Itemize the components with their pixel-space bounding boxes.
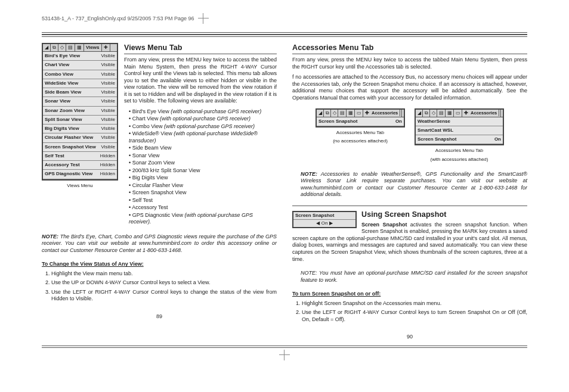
step: Highlight the View main menu tab. <box>51 270 277 278</box>
tab-icon: ⧉ <box>51 44 58 51</box>
acc-caption-1a: Accessories Menu Tab <box>316 130 405 136</box>
bottom-crop-mark <box>42 351 527 362</box>
tab-icon: ▭ <box>454 110 462 117</box>
right-column: Accessories Menu Tab From any view, pres… <box>292 43 527 341</box>
views-menu-row: Self TestHidden <box>43 152 117 161</box>
tab-accessories: ✚ Accessories <box>462 110 501 117</box>
views-menu-row: Screen Snapshot ViewVisible <box>43 143 117 152</box>
views-bullet: Circular Flasher View <box>129 182 277 189</box>
views-menu-screenshot: ◢ ⧉ ◇ ▤ ▦ Views ✚ Bird's Eye ViewVisible… <box>42 43 118 181</box>
heading-views-menu-tab: Views Menu Tab <box>124 43 277 54</box>
tab-icon: ▤ <box>437 110 446 117</box>
tab-icon: ▤ <box>66 44 75 51</box>
views-bullet: Self Test <box>129 197 277 204</box>
tab-icon: ▤ <box>338 110 347 117</box>
snap-title: Screen Snapshot <box>293 212 355 220</box>
views-bullet: Chart View (with optional-purchase GPS r… <box>129 116 277 123</box>
acc-menu-row: WeatherSense <box>416 117 503 126</box>
views-bullet: GPS Diagnostic View (with optional-purch… <box>129 212 277 226</box>
tab-icon: ◢ <box>416 110 423 117</box>
acc-menu-row: SmartCast WSL <box>416 126 503 135</box>
tab-icon: ◢ <box>317 110 324 117</box>
acc-screenshot-withacc: ◢ ⧉ ◇ ▤ ▦ ▭ ✚ Accessories WeatherSenseSm… <box>415 108 504 163</box>
tab-icon: ▭ <box>355 110 363 117</box>
views-menu-row: GPS Diagnostic ViewHidden <box>43 170 117 179</box>
page-header: 531438-1_A - 737_EnglishOnly.qxd 9/25/20… <box>42 14 527 23</box>
step: Use the LEFT or RIGHT 4-WAY Cursor Contr… <box>302 309 527 323</box>
views-bullet: 200/83 kHz Split Sonar View <box>129 167 277 175</box>
views-intro: From any view, press the MENU key twice … <box>124 57 277 105</box>
views-menu-row: Bird's Eye ViewVisible <box>43 52 117 61</box>
acc-ss-box-1: ◢ ⧉ ◇ ▤ ▦ ▭ ✚ Accessories Screen Snapsho… <box>316 108 405 127</box>
views-bullet: WideSide® View (with optional-purchase W… <box>129 130 277 144</box>
views-screenshot-wrap: ◢ ⧉ ◇ ▤ ▦ Views ✚ Bird's Eye ViewVisible… <box>42 43 118 226</box>
views-menu-row: Big Digits ViewVisible <box>43 125 117 133</box>
crop-mark-icon <box>280 351 289 359</box>
views-bullet: Sonar View <box>129 153 277 160</box>
bottom-rule <box>42 346 527 349</box>
tab-accessories: ✚ Accessories <box>363 110 402 117</box>
tab-icon: ⧉ <box>324 110 331 117</box>
step: Use the UP or DOWN 4-WAY Cursor Control … <box>51 279 277 287</box>
tab-icon: ▦ <box>75 44 84 51</box>
left-column: ◢ ⧉ ◇ ▤ ▦ Views ✚ Bird's Eye ViewVisible… <box>42 43 277 341</box>
views-bullet: Screen Snapshot View <box>129 189 277 197</box>
two-column-layout: ◢ ⧉ ◇ ▤ ▦ Views ✚ Bird's Eye ViewVisible… <box>42 43 527 341</box>
tab-icon: ◇ <box>58 44 66 51</box>
page-number-right: 90 <box>292 334 527 341</box>
acc-intro-1: From any view, press the MENU key twice … <box>292 57 527 70</box>
views-screenshot-caption: Views Menu <box>42 183 118 189</box>
views-menu-row: WideSide ViewVisible <box>43 79 117 88</box>
top-rule <box>42 32 527 37</box>
acc-caption-2b: (with accessories attached) <box>415 157 504 163</box>
heading-accessories-menu-tab: Accessories Menu Tab <box>292 43 527 54</box>
step: Highlight Screen Snapshot on the Accesso… <box>302 300 527 307</box>
screen-snapshot-section: Screen Snapshot On Using Screen Snapshot… <box>292 210 527 266</box>
views-menu-row: Circular Flasher ViewVisible <box>43 133 117 142</box>
views-bullet: Combo View (with optional-purchase GPS r… <box>129 123 277 130</box>
tab-icon: ▦ <box>347 110 355 117</box>
tab-icon: ✚ <box>102 44 110 51</box>
accessories-note: NOTE: Accessories to enable WeatherSense… <box>292 171 527 198</box>
views-menu-row: Combo ViewVisible <box>43 70 117 79</box>
views-note: NOTE: The Bird's Eye, Chart, Combo and G… <box>42 234 277 254</box>
header-text: 531438-1_A - 737_EnglishOnly.qxd 9/25/20… <box>42 15 194 21</box>
note-label: NOTE: <box>301 171 317 177</box>
views-tabbar: ◢ ⧉ ◇ ▤ ▦ Views ✚ <box>43 44 117 52</box>
accessories-screenshot-row: ◢ ⧉ ◇ ▤ ▦ ▭ ✚ Accessories Screen Snapsho… <box>292 108 527 163</box>
step: Use the LEFT or RIGHT 4-WAY Cursor Contr… <box>51 289 277 303</box>
views-menu-row: Chart ViewVisible <box>43 61 117 70</box>
views-bullet: Big Digits View <box>129 175 277 182</box>
views-bullet: Sonar Zoom View <box>129 160 277 167</box>
views-bullet: Accessory Test <box>129 204 277 211</box>
acc-caption-1b: (no accessories attached) <box>316 138 405 144</box>
divider <box>292 206 527 206</box>
views-menu-row: Accessory TestHidden <box>43 161 117 170</box>
screen-snapshot-widget: Screen Snapshot On <box>292 211 357 228</box>
turn-snapshot-steps: Highlight Screen Snapshot on the Accesso… <box>292 300 527 326</box>
acc-ss-box-2: ◢ ⧉ ◇ ▤ ▦ ▭ ✚ Accessories WeatherSenseSm… <box>415 108 504 145</box>
snapshot-note: NOTE: You must have an optional-purchase… <box>292 270 527 284</box>
views-text-block: Views Menu Tab From any view, press the … <box>124 43 277 226</box>
tab-icon: ◇ <box>331 110 338 117</box>
change-view-heading: To Change the View Status of Any View: <box>42 261 277 268</box>
tab-icon: ⧉ <box>423 110 430 117</box>
acc-tabbar: ◢ ⧉ ◇ ▤ ▦ ▭ ✚ Accessories <box>317 110 404 117</box>
views-menu-row: Sonar Zoom ViewVisible <box>43 107 117 116</box>
change-view-steps: Highlight the View main menu tab.Use the… <box>42 270 277 305</box>
views-menu-row: Sonar ViewVisible <box>43 97 117 106</box>
tab-icon: ▦ <box>446 110 454 117</box>
acc-menu-row: Screen SnapshotOn <box>317 117 404 126</box>
views-bullet-list: Bird's Eye View (with optional-purchase … <box>124 108 277 226</box>
tab-icon: ◇ <box>430 110 437 117</box>
note-label: NOTE: <box>42 234 58 239</box>
tab-views: Views <box>84 44 102 51</box>
manual-spread: 531438-1_A - 737_EnglishOnly.qxd 9/25/20… <box>0 0 569 392</box>
page-number-left: 89 <box>42 313 277 321</box>
views-bullet: Bird's Eye View (with optional-purchase … <box>129 108 277 116</box>
acc-caption-2a: Accessories Menu Tab <box>415 148 504 154</box>
snap-value: On <box>293 220 355 227</box>
views-top-row: ◢ ⧉ ◇ ▤ ▦ Views ✚ Bird's Eye ViewVisible… <box>42 43 277 226</box>
crop-mark-icon <box>199 14 208 23</box>
views-menu-row: Split Sonar ViewVisible <box>43 116 117 125</box>
